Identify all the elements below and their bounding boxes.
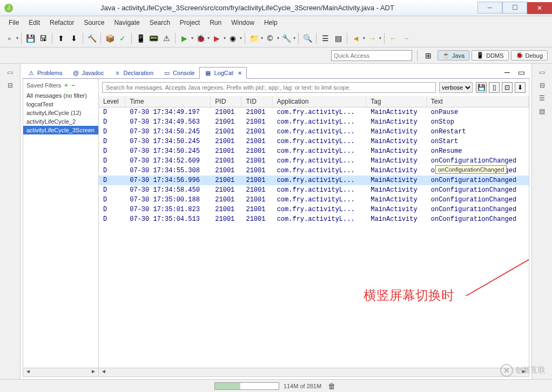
check-icon[interactable]: ✓ — [117, 32, 129, 44]
menu-file[interactable]: File — [4, 18, 23, 28]
save-log-icon[interactable]: 💾 — [476, 82, 487, 93]
filter-item[interactable]: activityLifeCycle_3Screen — [23, 126, 98, 134]
restore-view-right-icon[interactable]: ▭ — [538, 68, 547, 77]
coverage-icon[interactable]: ◉ — [227, 32, 239, 44]
save-all-icon[interactable]: 🖫 — [37, 32, 49, 44]
package-icon[interactable]: 📦 — [104, 32, 116, 44]
search-icon[interactable]: 🔍 — [301, 32, 313, 44]
tab-javadoc[interactable]: @Javadoc — [67, 67, 109, 78]
nav-up-icon[interactable]: → — [366, 32, 378, 44]
log-row[interactable]: D07-30 17:34:49.1972100121001com.fry.act… — [99, 107, 529, 118]
new-pkg-icon[interactable]: 📁 — [248, 32, 260, 44]
filter-item[interactable]: logcatTest — [23, 100, 98, 109]
minimize-button[interactable]: ─ — [477, 2, 502, 13]
perspective-debug[interactable]: 🐞Debug — [511, 50, 548, 60]
tasklist-icon[interactable]: ☰ — [538, 94, 547, 103]
scroll-right-icon[interactable]: ► — [89, 368, 98, 376]
perspective-ddms[interactable]: 📱DDMS — [472, 50, 508, 60]
scroll-left-icon[interactable]: ◄ — [23, 368, 33, 376]
filter-item[interactable]: All messages (no filter) — [23, 91, 98, 100]
close-tab-icon[interactable]: ✕ — [238, 70, 242, 76]
outline-icon[interactable]: ☰ — [319, 32, 331, 44]
annotation-arrow-icon — [461, 231, 529, 301]
col-text[interactable]: Text — [426, 96, 528, 107]
debug-icon[interactable]: 🐞 — [194, 32, 206, 44]
clear-log-icon[interactable]: ▯ — [489, 82, 500, 93]
menu-run[interactable]: Run — [205, 18, 226, 28]
package-explorer-icon[interactable]: ⊟ — [6, 81, 15, 90]
log-row[interactable]: D07-30 17:34:50.2452100121001com.fry.act… — [99, 127, 529, 137]
add-filter-icon[interactable]: ＋ — [63, 81, 69, 89]
log-row[interactable]: D07-30 17:34:56.9962100121001com.fry.act… — [99, 175, 529, 185]
col-tid[interactable]: TID — [241, 96, 272, 107]
tab-declaration[interactable]: ≡Declaration — [109, 67, 158, 78]
remove-filter-icon[interactable]: − — [71, 82, 75, 89]
log-row[interactable]: D07-30 17:34:52.6092100121001com.fry.act… — [99, 156, 529, 166]
log-row[interactable]: D07-30 17:35:01.8232100121001com.fry.act… — [99, 205, 529, 214]
gc-icon[interactable]: 🗑 — [326, 380, 338, 392]
forward-icon[interactable]: → — [400, 32, 412, 44]
nav-back-icon[interactable]: ◄ — [350, 32, 362, 44]
open-perspective-icon[interactable]: ⊞ — [422, 50, 434, 62]
col-time[interactable]: Time — [125, 96, 211, 107]
log-row[interactable]: D07-30 17:34:49.5632100121001com.fry.act… — [99, 117, 529, 127]
hscroll-left-icon[interactable]: ◄ — [99, 368, 109, 376]
outline-view-icon[interactable]: ⊟ — [538, 81, 547, 90]
run-ext-icon[interactable]: ▶ — [211, 32, 223, 44]
filter-item[interactable]: activityLifeCycle_2 — [23, 117, 98, 126]
back-icon[interactable]: ← — [387, 32, 399, 44]
app-icon: J — [4, 4, 13, 12]
ddms-icon: 📱 — [476, 52, 484, 59]
run-icon[interactable]: ▶ — [178, 32, 190, 44]
menu-navigate[interactable]: Navigate — [110, 18, 144, 28]
tab-console[interactable]: ▭Console — [158, 67, 199, 78]
log-row[interactable]: D07-30 17:34:50.2452100121001com.fry.act… — [99, 146, 529, 156]
menu-edit[interactable]: Edit — [24, 18, 44, 28]
saved-filters-panel: Saved Filters ＋ − All messages (no filte… — [23, 79, 99, 376]
filter-item[interactable]: activityLifeCycle (12) — [23, 109, 98, 117]
new-icon[interactable]: ▫ — [3, 32, 15, 44]
new-class-icon[interactable]: © — [264, 32, 276, 44]
title-bar: J Java - activityLifeCycle_3Screen/src/c… — [0, 0, 552, 16]
restore-view-icon[interactable]: ▭ — [6, 68, 15, 77]
menu-help[interactable]: Help — [260, 18, 282, 28]
svg-line-0 — [466, 236, 529, 296]
log-row[interactable]: D07-30 17:35:00.1882100121001com.fry.act… — [99, 195, 529, 205]
new-type-icon[interactable]: 🔧 — [280, 32, 292, 44]
log-row[interactable]: D07-30 17:34:58.4502100121001com.fry.act… — [99, 185, 529, 195]
verbosity-select[interactable]: verbose — [439, 82, 473, 93]
outline2-icon[interactable]: ▤ — [538, 107, 547, 116]
avd-icon[interactable]: 📟 — [147, 32, 159, 44]
col-application[interactable]: Application — [272, 96, 366, 107]
menu-window[interactable]: Window — [227, 18, 259, 28]
scroll-lock-icon[interactable]: ⬇ — [515, 82, 526, 93]
perspective-java[interactable]: ☕Java — [437, 50, 469, 60]
log-row[interactable]: D07-30 17:34:50.2452100121001com.fry.act… — [99, 137, 529, 146]
quick-access-input[interactable] — [331, 50, 412, 61]
tab-problems[interactable]: ⚠Problems — [23, 67, 67, 78]
display-view-icon[interactable]: ⊡ — [502, 82, 513, 93]
phone-icon[interactable]: 📱 — [134, 32, 146, 44]
menu-refactor[interactable]: Refactor — [45, 18, 78, 28]
col-level[interactable]: Level — [99, 96, 125, 107]
upload-icon[interactable]: ⬆ — [55, 32, 67, 44]
download-icon[interactable]: ⬇ — [68, 32, 80, 44]
logcat-table: LevelTimePIDTIDApplicationTagText D07-30… — [99, 96, 529, 224]
lint-icon[interactable]: ⚠ — [160, 32, 172, 44]
tab-logcat[interactable]: ▦LogCat✕ — [199, 67, 246, 79]
filter-icon[interactable]: ▤ — [332, 32, 344, 44]
menu-source[interactable]: Source — [79, 18, 109, 28]
save-icon[interactable]: 💾 — [24, 32, 36, 44]
maximize-view-icon[interactable]: ▭ — [515, 66, 527, 78]
col-tag[interactable]: Tag — [366, 96, 427, 107]
menu-search[interactable]: Search — [145, 18, 174, 28]
log-row[interactable]: D07-30 17:35:04.5132100121001com.fry.act… — [99, 214, 529, 224]
close-button[interactable]: ✕ — [527, 2, 552, 14]
problems-icon: ⚠ — [28, 69, 35, 77]
logcat-search-input[interactable] — [102, 82, 436, 93]
maximize-button[interactable]: ☐ — [502, 2, 527, 13]
minimize-view-icon[interactable]: ─ — [501, 66, 513, 78]
col-pid[interactable]: PID — [211, 96, 241, 107]
build-icon[interactable]: 🔨 — [86, 32, 98, 44]
menu-project[interactable]: Project — [176, 18, 204, 28]
